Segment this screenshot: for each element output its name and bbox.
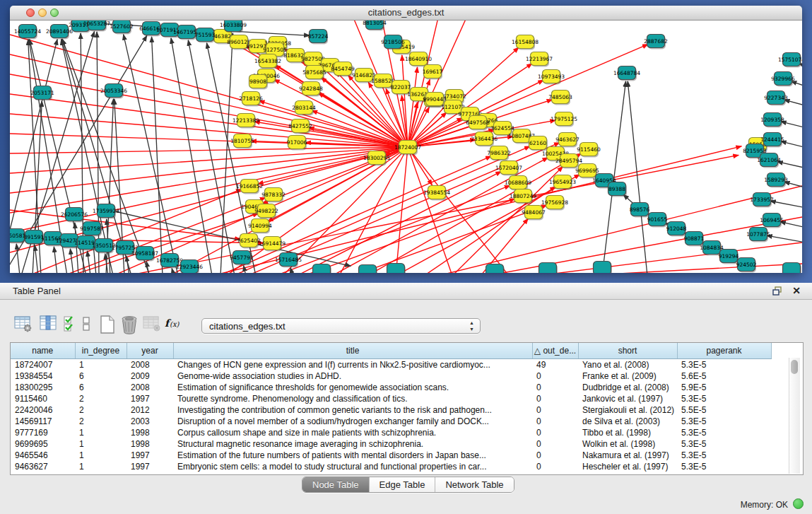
graph-node[interactable]: 10973493 (538, 70, 565, 85)
graph-node[interactable]: 9197587 (80, 222, 104, 237)
graph-node[interactable]: 16648784 (613, 66, 640, 81)
graph-node[interactable]: 898576 (630, 203, 650, 218)
graph-node[interactable]: 20053346 (100, 84, 127, 99)
graph-node[interactable]: 9329966 (771, 72, 795, 87)
table-row[interactable]: 946362711997Embryonic stem cells: a mode… (11, 461, 771, 472)
graph-node[interactable]: 16154808 (512, 35, 539, 50)
graph-node[interactable]: 89388 (608, 182, 628, 197)
tab-network-table[interactable]: Network Table (435, 477, 513, 492)
new-table-icon[interactable] (99, 315, 116, 334)
table-row[interactable]: 1830029562008Estimation of significance … (11, 382, 771, 393)
graph-node[interactable]: 1621064 (757, 153, 781, 168)
function-builder-icon[interactable]: f (x) (164, 315, 185, 331)
graph-node[interactable]: 9484067 (522, 206, 546, 221)
clear-selection-icon[interactable] (82, 315, 90, 332)
column-header-short[interactable]: short (578, 343, 677, 359)
graph-node[interactable]: 857224 (308, 30, 329, 45)
graph-node[interactable] (387, 264, 406, 274)
graph-node[interactable]: 6497568 (466, 116, 490, 131)
graph-node[interactable]: 912048 (666, 222, 687, 237)
graph-node[interactable]: 8813054 (363, 21, 387, 31)
graph-node[interactable]: 2053171 (30, 86, 54, 101)
graph-node[interactable]: 10688609 (505, 176, 531, 191)
column-header-title[interactable]: title (173, 343, 532, 359)
table-row[interactable]: 1872400712008Changes of HCN gene express… (11, 359, 771, 371)
graph-node[interactable]: 9115460 (577, 143, 601, 158)
table-settings-icon[interactable] (14, 315, 33, 332)
graph-node[interactable]: 1527602 (110, 21, 134, 35)
select-all-icon[interactable] (64, 315, 78, 332)
graph-node[interactable]: 9218506 (381, 35, 405, 50)
graph-node[interactable]: 1589293 (764, 173, 788, 188)
graph-node[interactable]: 9457791 (230, 251, 254, 266)
graph-node[interactable]: 901655 (647, 213, 668, 228)
delete-table-icon[interactable] (120, 315, 139, 334)
column-header-pagerank[interactable]: pagerank (677, 343, 771, 359)
graph-node[interactable]: 19384554 (423, 186, 450, 201)
table-scrollbar[interactable] (789, 358, 800, 474)
close-panel-icon[interactable]: ✕ (792, 285, 801, 296)
graph-node[interactable]: 2887682 (644, 35, 668, 49)
graph-node[interactable] (313, 264, 332, 274)
graph-node[interactable]: 1209358 (760, 113, 784, 128)
table-row[interactable]: 946554611997Estimation of the future num… (11, 450, 771, 461)
node-table-grid[interactable]: namein_degreeyeartitle△ out_de...shortpa… (11, 343, 772, 472)
network-window-titlebar[interactable]: citations_edges.txt (10, 6, 802, 21)
table-scrollbar-thumb[interactable] (791, 360, 798, 374)
graph-node[interactable]: 8454749 (331, 62, 355, 77)
column-header-out_de[interactable]: △ out_de... (532, 343, 578, 359)
network-graph[interactable]: 1872400718300295193845547463822896012889… (10, 21, 802, 273)
graph-node[interactable] (486, 264, 505, 274)
graph-node[interactable]: 15720407 (495, 161, 522, 176)
float-panel-icon[interactable] (772, 286, 782, 296)
table-row[interactable]: 911546021997Tourette syndrome. Phenomeno… (11, 393, 771, 404)
graph-node[interactable]: 924502 (736, 258, 757, 273)
tab-edge-table[interactable]: Edge Table (370, 477, 436, 492)
table-row[interactable]: 2242004622012Investigating the contribut… (11, 404, 771, 416)
graph-node[interactable]: 917006 (287, 136, 307, 151)
table-row[interactable]: 1456911722003Disruption of a novel membe… (11, 416, 771, 427)
graph-node[interactable]: 17359928 (93, 204, 119, 219)
graph-node[interactable]: 5875685 (302, 66, 326, 81)
graph-node[interactable]: 7625402 (237, 234, 261, 249)
graph-node[interactable]: 62160 (529, 136, 548, 151)
graph-node[interactable]: 1733957 (750, 193, 774, 208)
graph-node[interactable] (359, 265, 378, 274)
graph-node[interactable]: 9227343 (764, 91, 788, 106)
delete-column-icon[interactable] (143, 315, 161, 332)
graph-node[interactable] (594, 262, 613, 274)
graph-node[interactable]: 98908 (249, 75, 269, 90)
graph-node[interactable]: 7485063 (548, 90, 572, 105)
table-select-dropdown[interactable]: citations_edges.txt ▲▼ (201, 318, 481, 334)
tab-node-table[interactable]: Node Table (302, 477, 370, 492)
column-visibility-icon[interactable] (40, 315, 57, 331)
column-header-in_degree[interactable]: in_degree (75, 343, 126, 359)
graph-node[interactable]: 1069455 (760, 214, 784, 228)
graph-node[interactable]: 2718126 (239, 92, 263, 107)
graph-node[interactable]: 15751074 (778, 53, 802, 68)
network-canvas[interactable]: 1872400718300295193845547463822896012889… (10, 21, 802, 273)
graph-node[interactable]: 169617 (423, 65, 443, 80)
table-row[interactable]: 977716911998Corpus callosum shape and si… (11, 427, 771, 438)
column-header-year[interactable]: year (126, 343, 173, 359)
column-header-name[interactable]: name (11, 343, 75, 359)
graph-node[interactable]: 23364436 (471, 132, 498, 147)
graph-node[interactable]: 9878332 (261, 188, 286, 203)
graph-node[interactable] (783, 263, 802, 274)
graph-node[interactable]: 751593 (195, 28, 216, 43)
graph-node[interactable] (539, 263, 558, 274)
memory-status-indicator[interactable] (793, 498, 804, 509)
graph-node[interactable]: 1077875 (746, 228, 770, 243)
table-header-row[interactable]: namein_degreeyeartitle△ out_de...shortpa… (11, 343, 771, 359)
graph-node[interactable]: 19756928 (541, 196, 568, 211)
table-body[interactable]: 1872400712008Changes of HCN gene express… (11, 359, 771, 473)
graph-node[interactable]: 1810755 (230, 134, 254, 149)
graph-node[interactable]: 2803144 (292, 101, 316, 116)
table-row[interactable]: 969969511998Structural magnetic resonanc… (11, 438, 771, 450)
graph-node[interactable]: 17975125 (551, 112, 577, 127)
graph-node[interactable]: 26206576 (61, 208, 88, 223)
graph-node[interactable]: 9463627 (555, 133, 579, 148)
graph-node[interactable]: 7986322 (487, 146, 511, 161)
graph-node[interactable]: 9498222 (254, 204, 278, 219)
table-row[interactable]: 1938455462009Genome-wide association stu… (11, 370, 771, 382)
